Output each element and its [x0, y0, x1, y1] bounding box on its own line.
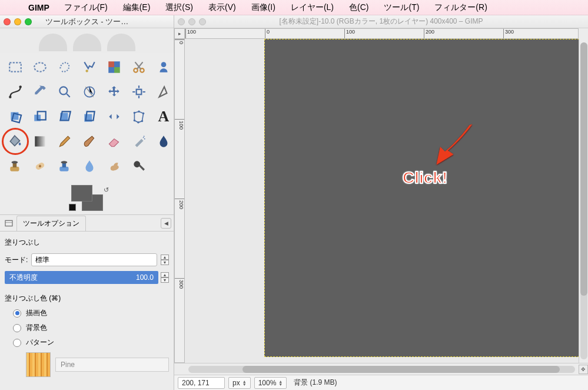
- toolbox-window: ツールボックス - ツー…: [0, 15, 174, 390]
- units-value: px: [232, 379, 240, 387]
- tool-blur[interactable]: [78, 154, 101, 178]
- zoom-icon[interactable]: [25, 18, 32, 25]
- tool-perspective-clone[interactable]: [53, 154, 77, 178]
- tool-smudge[interactable]: [102, 154, 126, 178]
- menu-edit[interactable]: 編集(E): [115, 2, 158, 13]
- tool-perspective[interactable]: [78, 105, 101, 128]
- tool-heal[interactable]: [28, 154, 52, 178]
- tool-by-color-select[interactable]: [102, 55, 126, 79]
- mode-select[interactable]: 標準: [31, 253, 157, 266]
- tool-blend[interactable]: [28, 130, 52, 153]
- tool-scissors[interactable]: [127, 55, 151, 79]
- toolbox-titlebar[interactable]: ツールボックス - ツー…: [0, 15, 174, 28]
- svg-rect-4: [114, 61, 120, 67]
- svg-rect-35: [59, 167, 68, 171]
- svg-rect-6: [114, 67, 120, 73]
- svg-point-25: [137, 121, 139, 123]
- layer-info: 背景 (1.9 MB): [290, 377, 584, 389]
- tool-color-picker[interactable]: [28, 80, 52, 104]
- tool-flip[interactable]: [102, 105, 126, 128]
- tool-bucket-fill[interactable]: [4, 130, 27, 153]
- zoom-select[interactable]: 100% ▲▼: [254, 377, 287, 389]
- tool-shear[interactable]: [53, 105, 77, 128]
- menu-color[interactable]: 色(C): [341, 2, 376, 13]
- tool-text[interactable]: A: [152, 105, 175, 128]
- tool-airbrush[interactable]: [127, 130, 151, 153]
- tool-align[interactable]: [127, 80, 151, 104]
- radio-bg-color[interactable]: 背景色: [5, 320, 169, 335]
- menu-file[interactable]: ファイル(F): [57, 2, 115, 13]
- menubar-app-name[interactable]: GIMP: [21, 3, 57, 12]
- menu-view[interactable]: 表示(V): [201, 2, 244, 13]
- traffic-lights: [178, 18, 206, 25]
- pattern-swatch[interactable]: [26, 352, 51, 377]
- tool-move[interactable]: [102, 80, 126, 104]
- foreground-color-swatch[interactable]: [71, 185, 92, 201]
- coords-text: 200, 171: [182, 379, 210, 387]
- image-window: [名称未設定]-10.0 (RGBカラー, 1枚のレイヤー) 400x400 –…: [174, 15, 588, 390]
- vertical-scrollbar[interactable]: [579, 39, 588, 363]
- horizontal-ruler[interactable]: 1000100200300400: [185, 28, 579, 39]
- tool-foreground-select[interactable]: [152, 55, 175, 79]
- units-select[interactable]: px ▲▼: [228, 377, 251, 389]
- radio-pattern[interactable]: パターン: [5, 335, 169, 350]
- menu-filters[interactable]: フィルター(R): [427, 2, 494, 13]
- tool-free-select[interactable]: [53, 55, 77, 79]
- opacity-slider[interactable]: 不透明度 100.0: [5, 271, 158, 284]
- canvas-viewport[interactable]: Click!: [185, 39, 579, 363]
- svg-point-2: [86, 70, 88, 72]
- vertical-ruler[interactable]: 0100200300: [174, 39, 185, 363]
- tool-paths[interactable]: [4, 80, 27, 104]
- tab-menu-icon[interactable]: ◀: [161, 218, 171, 229]
- tool-ellipse-select[interactable]: [28, 55, 52, 79]
- close-icon[interactable]: [178, 18, 185, 25]
- tool-options-icon[interactable]: [2, 217, 15, 230]
- zoom-icon[interactable]: [199, 18, 206, 25]
- tool-grid: A: [0, 53, 174, 181]
- tool-clone[interactable]: [4, 154, 27, 178]
- tool-zoom[interactable]: [53, 80, 77, 104]
- canvas[interactable]: [264, 39, 579, 357]
- ruler-origin-icon[interactable]: ▸: [174, 28, 185, 39]
- tool-rotate[interactable]: [4, 105, 27, 128]
- menu-layer[interactable]: レイヤー(L): [283, 2, 341, 13]
- tool-scale[interactable]: [28, 105, 52, 128]
- status-bar: 200, 171 px ▲▼ 100% ▲▼ 背景 (1.9 MB): [174, 375, 588, 390]
- svg-point-22: [138, 111, 139, 113]
- opacity-stepper[interactable]: ▲▼: [161, 272, 169, 283]
- svg-rect-32: [13, 163, 17, 168]
- tool-options-tab[interactable]: ツールオプション: [16, 216, 86, 231]
- tool-eraser[interactable]: [102, 130, 126, 153]
- tool-paintbrush[interactable]: [78, 130, 101, 153]
- tool-fuzzy-select[interactable]: [78, 55, 101, 79]
- menu-tools[interactable]: ツール(T): [376, 2, 427, 13]
- radio-icon: [13, 309, 21, 318]
- menu-image[interactable]: 画像(I): [244, 2, 283, 13]
- tool-rectangle-select[interactable]: [4, 55, 27, 79]
- menu-select[interactable]: 選択(S): [158, 2, 201, 13]
- close-icon[interactable]: [4, 18, 11, 25]
- svg-point-37: [61, 161, 68, 163]
- swap-colors-icon[interactable]: ↺: [104, 186, 109, 194]
- tool-pencil[interactable]: [53, 130, 77, 153]
- default-colors-icon[interactable]: [69, 204, 76, 211]
- radio-fg-color[interactable]: 描画色: [5, 306, 169, 320]
- options-title: 塗りつぶし: [5, 235, 169, 251]
- tool-crop[interactable]: [152, 80, 175, 104]
- mode-stepper[interactable]: ▲▼: [161, 255, 169, 265]
- tool-measure[interactable]: [78, 80, 101, 104]
- tool-cage[interactable]: [127, 105, 151, 128]
- navigation-icon[interactable]: ✥: [579, 365, 588, 374]
- opacity-value: 100.0: [136, 273, 154, 282]
- svg-point-30: [144, 135, 145, 137]
- tool-ink[interactable]: [152, 130, 175, 153]
- tool-options-pane: ツールオプション ◀ 塗りつぶし モード: 標準 ▲▼ 不透明度 100.0: [0, 214, 174, 390]
- svg-rect-40: [5, 220, 12, 226]
- zoom-value: 100%: [258, 379, 277, 387]
- tool-dodge[interactable]: [127, 154, 151, 178]
- image-titlebar[interactable]: [名称未設定]-10.0 (RGBカラー, 1枚のレイヤー) 400x400 –…: [174, 15, 588, 28]
- radio-pattern-label: パターン: [26, 338, 54, 348]
- minimize-icon[interactable]: [14, 18, 21, 25]
- horizontal-scrollbar[interactable]: [188, 366, 575, 373]
- minimize-icon[interactable]: [188, 18, 195, 25]
